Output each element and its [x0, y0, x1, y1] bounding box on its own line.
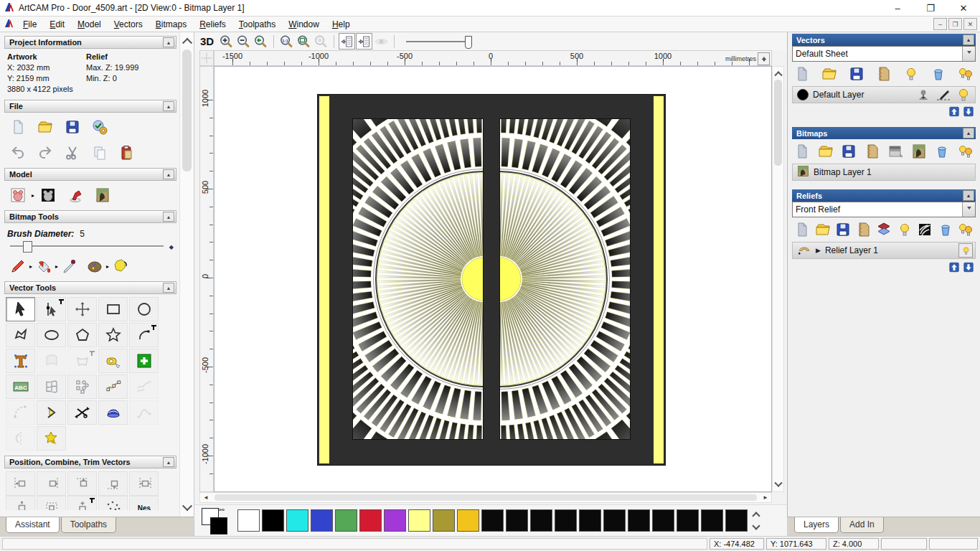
page-grey-icon[interactable]: [793, 65, 811, 83]
menu-reliefs[interactable]: Reliefs: [193, 18, 232, 31]
dropdown-arrow-icon[interactable]: [962, 47, 975, 61]
merge-layers-icon[interactable]: [875, 65, 892, 83]
primary-secondary-colours[interactable]: ⚯: [202, 508, 227, 534]
secondary-colour-swatch[interactable]: [210, 517, 227, 534]
text-on-curve-icon[interactable]: ABC: [6, 375, 35, 399]
brush-diameter-slider[interactable]: ◆: [10, 240, 164, 252]
scatter-icon[interactable]: [98, 496, 128, 510]
paint-pencil-icon[interactable]: [9, 257, 27, 276]
layer-bulb-icon[interactable]: [954, 85, 973, 104]
palette-swatch[interactable]: [457, 509, 479, 532]
palette-swatch[interactable]: [579, 509, 601, 532]
spline-icon[interactable]: [129, 400, 159, 425]
align-left-icon[interactable]: [6, 471, 35, 496]
mirror-half-icon[interactable]: [6, 426, 35, 451]
bitmap-layer-row[interactable]: Bitmap Layer 1: [792, 164, 976, 181]
align-top-icon[interactable]: [67, 471, 97, 496]
palette-swatch[interactable]: [677, 509, 699, 532]
collapse-icon[interactable]: ▲: [163, 169, 174, 179]
paste-along-curve-icon[interactable]: [98, 375, 128, 399]
ellipse-icon[interactable]: [37, 323, 66, 347]
dropdown-arrow-icon[interactable]: [962, 202, 975, 217]
align-right-icon[interactable]: [37, 471, 66, 496]
expander-icon[interactable]: ▶: [816, 247, 821, 254]
bulb-icon[interactable]: [896, 221, 913, 238]
trash-icon[interactable]: [937, 221, 954, 238]
center-horizontal-icon[interactable]: [129, 471, 159, 496]
zoom-box-icon[interactable]: [296, 33, 312, 50]
scroll-up-icon[interactable]: [773, 68, 783, 78]
collapse-icon[interactable]: ▲: [963, 128, 974, 138]
center-frame-icon[interactable]: [37, 496, 66, 510]
text-icon[interactable]: [6, 349, 35, 373]
paste-array-icon[interactable]: [67, 375, 97, 399]
slider-handle[interactable]: [23, 241, 32, 253]
palette-swatch[interactable]: [530, 509, 552, 532]
nesting-icon[interactable]: Nes: [129, 496, 159, 510]
palette-swatch[interactable]: [237, 509, 260, 532]
zoom-one-to-one-icon[interactable]: 1:1: [278, 33, 295, 50]
wrap-star-icon[interactable]: [37, 426, 66, 451]
preview-eye-icon[interactable]: [373, 33, 390, 50]
palette-swatch[interactable]: [555, 509, 577, 532]
page-grey-icon[interactable]: [793, 143, 811, 160]
save-model-icon[interactable]: [840, 143, 857, 160]
tab-assistant[interactable]: Assistant: [6, 517, 60, 533]
palette-scroll-down-icon[interactable]: [752, 522, 760, 529]
relief-pipeline-dropdown[interactable]: Front Relief: [792, 202, 976, 217]
move-layer-down-icon[interactable]: [963, 106, 974, 117]
open-file-icon[interactable]: [817, 143, 834, 160]
center-top-icon[interactable]: [6, 496, 35, 510]
layer-colour-swatch[interactable]: [797, 89, 809, 100]
cut-icon[interactable]: [63, 143, 82, 162]
switch-3d-button[interactable]: 3D: [200, 35, 214, 47]
distort-grid-icon[interactable]: [37, 375, 66, 399]
scroll-left-icon[interactable]: ◄: [200, 493, 212, 502]
palette-swatch[interactable]: [359, 509, 382, 532]
palette-swatch[interactable]: [725, 509, 748, 532]
layer-visibility-icon[interactable]: [958, 243, 973, 258]
toggle-bitmap-right-icon[interactable]: [356, 33, 372, 50]
redo-icon[interactable]: [36, 143, 55, 162]
collapse-icon[interactable]: ▲: [163, 37, 174, 47]
palette-swatch[interactable]: [652, 509, 674, 532]
tab-addin[interactable]: Add In: [840, 517, 884, 533]
paste-icon[interactable]: [118, 143, 136, 162]
minimize-button[interactable]: –: [881, 0, 914, 16]
move-layer-up-icon[interactable]: [948, 262, 960, 273]
palette-swatch[interactable]: [286, 509, 308, 532]
star-icon[interactable]: [98, 323, 128, 347]
palette-swatch[interactable]: [506, 509, 528, 532]
relief-layer-row[interactable]: ▶ Relief Layer 1: [792, 242, 976, 259]
assistant-scrollbar[interactable]: [179, 32, 194, 517]
gradient-square-icon[interactable]: [887, 143, 904, 160]
collapse-icon[interactable]: ▲: [163, 457, 174, 467]
move-layer-up-icon[interactable]: [948, 106, 960, 117]
collapse-icon[interactable]: ▲: [963, 34, 974, 45]
layer-lock-icon[interactable]: [914, 85, 933, 104]
mdi-close-button[interactable]: ✕: [963, 18, 977, 30]
units-spinner[interactable]: [758, 52, 770, 65]
zoom-out-icon[interactable]: [235, 33, 252, 50]
zoom-in-icon[interactable]: [218, 33, 235, 50]
open-file-icon[interactable]: [814, 221, 831, 238]
palette-colours-icon[interactable]: [85, 257, 104, 276]
toggle-bitmap-left-icon[interactable]: [339, 33, 355, 50]
trim-vectors-icon[interactable]: [67, 400, 97, 425]
palette-scroll-up-icon[interactable]: [752, 512, 760, 519]
menu-help[interactable]: Help: [326, 18, 357, 31]
flood-fill-icon[interactable]: [34, 257, 53, 276]
circle-icon[interactable]: [129, 297, 159, 321]
wave-vectors-icon[interactable]: [129, 375, 159, 399]
tab-toolpaths[interactable]: Toolpaths: [61, 517, 116, 533]
zoom-previous-icon[interactable]: [253, 33, 269, 50]
align-bottom-icon[interactable]: [98, 471, 128, 496]
ruler-origin-button[interactable]: [199, 50, 214, 66]
menu-file[interactable]: File: [17, 18, 43, 31]
palette-swatch[interactable]: [481, 509, 504, 532]
wrap-text-icon[interactable]: [37, 349, 66, 373]
save-model-icon[interactable]: [848, 65, 865, 83]
slider-handle[interactable]: [465, 36, 472, 49]
scrollbar-thumb[interactable]: [182, 50, 192, 171]
menu-window[interactable]: Window: [282, 18, 326, 31]
